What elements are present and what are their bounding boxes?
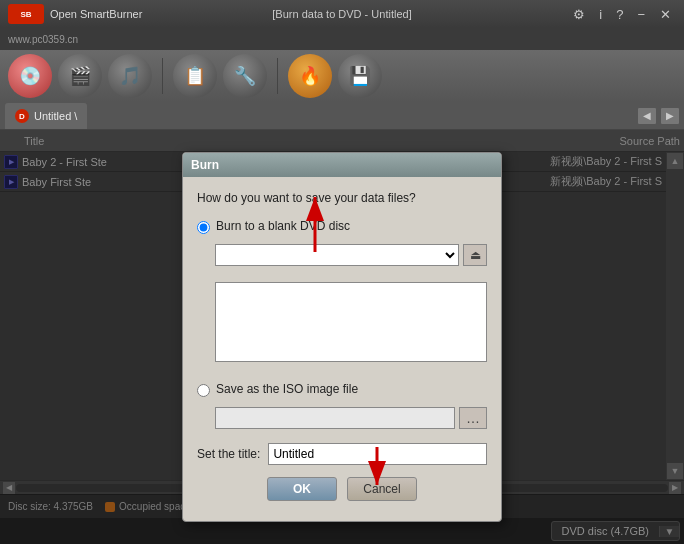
- ok-button[interactable]: OK: [267, 477, 337, 501]
- save-icon: 💾: [349, 65, 371, 87]
- modal-overlay: Burn How do you want to save your data f…: [0, 130, 684, 544]
- tab-nav: ◀ ▶: [637, 102, 680, 129]
- copy-icon: 📋: [184, 65, 206, 87]
- dvd-tab-icon: D: [15, 109, 29, 123]
- tab-bar: D Untitled \ ◀ ▶: [0, 102, 684, 130]
- title-bar-left: SB Open SmartBurner: [8, 4, 142, 24]
- tab-scroll-right[interactable]: ▶: [660, 107, 680, 125]
- modal-title: Burn: [191, 158, 219, 172]
- tools-icon: 🔧: [234, 65, 256, 87]
- audio-button[interactable]: 🎵: [108, 54, 152, 98]
- help-icon[interactable]: ?: [612, 5, 627, 24]
- radio-group: Burn to a blank DVD disc ⏏: [197, 219, 487, 429]
- settings-icon[interactable]: ⚙: [569, 5, 589, 24]
- video-button[interactable]: 🎬: [58, 54, 102, 98]
- radio-option-dvd: Burn to a blank DVD disc: [197, 219, 487, 234]
- radio-dvd-label: Burn to a blank DVD disc: [216, 219, 350, 233]
- radio-option-iso: Save as the ISO image file: [197, 382, 487, 397]
- toolbar-separator2: [277, 58, 278, 94]
- iso-path-input[interactable]: [215, 407, 455, 429]
- radio-dvd[interactable]: [197, 221, 210, 234]
- title-bar-controls: ⚙ i ? − ✕: [569, 5, 676, 24]
- drive-select[interactable]: [215, 244, 459, 266]
- toolbar: 💿 🎬 🎵 📋 🔧 🔥 💾: [0, 50, 684, 102]
- toolbar-separator: [162, 58, 163, 94]
- close-icon[interactable]: ✕: [655, 5, 676, 24]
- tools-button[interactable]: 🔧: [223, 54, 267, 98]
- drive-dropdown-row: ⏏: [215, 244, 487, 266]
- title-field-label: Set the title:: [197, 447, 260, 461]
- burn-icon: 🔥: [299, 65, 321, 87]
- modal-buttons: OK Cancel: [197, 477, 487, 511]
- app-logo: SB: [8, 4, 44, 24]
- main-window: SB Open SmartBurner [Burn data to DVD - …: [0, 0, 684, 544]
- drive-info-textarea[interactable]: [215, 282, 487, 362]
- title-input[interactable]: [268, 443, 487, 465]
- title-row: Set the title:: [197, 443, 487, 465]
- cancel-button[interactable]: Cancel: [347, 477, 417, 501]
- data-icon: 💿: [19, 65, 41, 87]
- info-icon[interactable]: i: [595, 5, 606, 24]
- save-button[interactable]: 💾: [338, 54, 382, 98]
- minimize-icon[interactable]: −: [633, 5, 649, 24]
- radio-iso[interactable]: [197, 384, 210, 397]
- modal-body: How do you want to save your data files?…: [183, 177, 501, 521]
- video-icon: 🎬: [69, 65, 91, 87]
- copy-button[interactable]: 📋: [173, 54, 217, 98]
- iso-path-row: …: [215, 407, 487, 429]
- tab-scroll-left[interactable]: ◀: [637, 107, 657, 125]
- watermark-bar: www.pc0359.cn: [0, 28, 684, 50]
- window-title: [Burn data to DVD - Untitled]: [272, 8, 411, 20]
- content-area: Title Source Path Baby 2 - First Ste 新视频…: [0, 130, 684, 544]
- tab-untitled[interactable]: D Untitled \: [4, 102, 88, 129]
- radio-iso-label: Save as the ISO image file: [216, 382, 358, 396]
- tab-label: Untitled \: [34, 110, 77, 122]
- app-title: Open SmartBurner: [50, 8, 142, 20]
- audio-icon: 🎵: [119, 65, 141, 87]
- data-button[interactable]: 💿: [8, 54, 52, 98]
- modal-question: How do you want to save your data files?: [197, 191, 487, 205]
- burn-dialog: Burn How do you want to save your data f…: [182, 152, 502, 522]
- browse-button[interactable]: …: [459, 407, 487, 429]
- burn-button[interactable]: 🔥: [288, 54, 332, 98]
- eject-button[interactable]: ⏏: [463, 244, 487, 266]
- modal-title-bar: Burn: [183, 153, 501, 177]
- title-bar: SB Open SmartBurner [Burn data to DVD - …: [0, 0, 684, 28]
- watermark-text: www.pc0359.cn: [8, 34, 78, 45]
